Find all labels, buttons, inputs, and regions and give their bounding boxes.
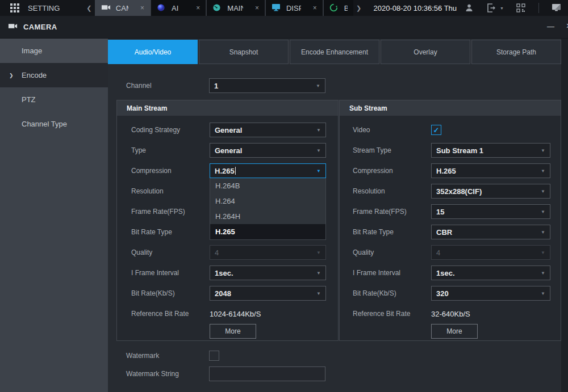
sidebar-item-channel-type[interactable]: Channel Type [0, 112, 108, 136]
sub-bit-rate-select[interactable]: 320 ▼ [431, 286, 550, 301]
sub-quality-select: 4 ▼ [431, 245, 550, 260]
logout-button[interactable]: ▼ [487, 3, 504, 13]
stream-type-select[interactable]: Sub Stream 1 ▼ [431, 143, 550, 158]
more-row: More [353, 324, 561, 341]
channel-select[interactable]: 1 ▼ [209, 78, 325, 93]
right-gutter [561, 39, 568, 392]
tab-storage-path[interactable]: Storage Path [471, 40, 561, 64]
reference-bit-rate-value: 1024-6144Kb/S [210, 310, 261, 318]
close-tab-icon[interactable]: × [133, 4, 144, 12]
more-button[interactable]: More [210, 324, 256, 339]
top-bar: SETTING ❮ CAMERA × AI × MAINTAIN × [0, 0, 568, 16]
sub-i-frame-interval-select[interactable]: 1sec. ▼ [431, 265, 550, 280]
tab-label: BACK [344, 4, 348, 12]
quality-row: Quality 4 ▼ [131, 242, 338, 263]
topbar-tab-camera[interactable]: CAMERA × [95, 0, 151, 16]
tab-label: MAINTAIN [227, 4, 243, 12]
chevron-down-icon: ▼ [316, 83, 320, 88]
chevron-down-icon: ▼ [541, 291, 545, 296]
sidebar-item-encode[interactable]: ❯ Encode [0, 63, 108, 87]
dropdown-option[interactable]: H.264B [210, 178, 325, 193]
watermark-string-row: Watermark String [126, 365, 561, 383]
close-tab-icon[interactable]: × [189, 4, 200, 12]
i-frame-interval-row: I Frame Interval 1sec. ▼ [353, 263, 561, 283]
topbar-tab-backup[interactable]: BACK [323, 0, 353, 16]
screen-preview-icon[interactable] [552, 3, 561, 13]
text-cursor [235, 167, 236, 175]
minimize-button[interactable]: — [547, 22, 554, 31]
reference-bit-rate-row: Reference Bit Rate 1024-6144Kb/S [131, 304, 338, 324]
dropdown-option-selected[interactable]: H.265 [210, 224, 325, 239]
sub-frame-rate-select[interactable]: 15 ▼ [431, 204, 550, 219]
compression-dropdown-list: H.264B H.264 H.264H H.265 [210, 178, 326, 240]
apps-grid-icon [10, 3, 20, 13]
main-stream-panel: Main Stream Coding Strategy General ▼ Ty… [116, 100, 339, 341]
watermark-checkbox[interactable] [209, 351, 219, 361]
sub-compression-select[interactable]: H.265 ▼ [431, 163, 550, 178]
camera-icon [8, 22, 18, 32]
video-checkbox[interactable]: ✓ [431, 125, 441, 135]
ai-icon [157, 3, 166, 13]
type-select[interactable]: General ▼ [210, 143, 326, 158]
chevron-down-icon: ▼ [541, 168, 545, 174]
i-frame-interval-select[interactable]: 1sec. ▼ [210, 265, 326, 280]
chevron-down-icon: ▼ [316, 291, 321, 296]
tab-audio-video[interactable]: Audio/Video [108, 40, 198, 64]
camera-icon [101, 3, 111, 13]
dropdown-option[interactable]: H.264H [210, 209, 325, 224]
topbar-tab-ai[interactable]: AI × [151, 0, 206, 16]
chevron-down-icon: ▼ [541, 230, 545, 235]
setting-menu-button[interactable]: SETTING [0, 0, 83, 16]
sidebar-item-label: Encode [22, 71, 47, 79]
topbar-tab-maintain[interactable]: MAINTAIN × [206, 0, 265, 16]
sidebar-item-label: Channel Type [22, 120, 67, 128]
chevron-down-icon: ▼ [500, 6, 504, 10]
sidebar-item-ptz[interactable]: PTZ [0, 87, 108, 112]
compression-select[interactable]: H.265 ▼ [210, 163, 326, 178]
chevron-right-icon: ❯ [9, 73, 14, 78]
chevron-down-icon: ▼ [316, 128, 321, 133]
dropdown-option[interactable]: H.264 [210, 193, 325, 209]
tab-overlay[interactable]: Overlay [381, 40, 470, 64]
sidebar-item-image[interactable]: Image [0, 39, 108, 63]
channel-label: Channel [126, 82, 209, 90]
more-row: More [131, 324, 338, 341]
logout-icon [487, 3, 496, 13]
i-frame-interval-row: I Frame Interval 1sec. ▼ [131, 263, 338, 283]
display-icon [272, 3, 281, 13]
bit-rate-type-row: Bit Rate Type CBR ▼ [353, 222, 561, 242]
tab-label: CAMERA [116, 4, 128, 12]
encode-page: Audio/Video Snapshot Encode Enhancement … [108, 39, 561, 392]
video-row: Video ✓ [353, 120, 561, 140]
tab-label: AI [172, 4, 178, 12]
sub-resolution-select[interactable]: 352x288(CIF) ▼ [431, 184, 550, 199]
close-tab-icon[interactable]: × [306, 4, 317, 12]
gauge-icon [212, 3, 222, 13]
encode-tabs: Audio/Video Snapshot Encode Enhancement … [108, 40, 561, 64]
more-button[interactable]: More [431, 324, 478, 339]
user-icon[interactable] [465, 3, 474, 13]
topbar-tab-display[interactable]: DISPLAY × [265, 0, 323, 16]
quality-row: Quality 4 ▼ [353, 242, 561, 263]
sub-bit-rate-type-select[interactable]: CBR ▼ [431, 225, 550, 239]
camera-window-titlebar: CAMERA — × [0, 16, 568, 39]
main-stream-title: Main Stream [117, 100, 338, 116]
watermark-row: Watermark [126, 347, 561, 365]
compression-row: Compression H.265 ▼ [353, 161, 561, 181]
chevron-down-icon: ▼ [541, 209, 545, 214]
watermark-string-input[interactable] [209, 366, 325, 381]
chevron-down-icon: ▼ [541, 148, 545, 153]
scroll-tabs-left-button[interactable]: ❮ [83, 0, 95, 16]
sidebar-item-label: Image [22, 47, 42, 55]
close-window-button[interactable]: × [566, 21, 568, 31]
tab-encode-enhancement[interactable]: Encode Enhancement [290, 40, 379, 64]
close-tab-icon[interactable]: × [248, 4, 259, 12]
datetime-display: 2020-08-20 10:36:56 Thu [365, 0, 465, 16]
qr-code-icon[interactable] [516, 3, 526, 13]
chevron-down-icon: ▼ [541, 250, 545, 255]
coding-strategy-select[interactable]: General ▼ [210, 123, 326, 137]
tab-snapshot[interactable]: Snapshot [199, 40, 289, 64]
scroll-tabs-right-button[interactable]: ❯ [353, 0, 365, 16]
bit-rate-select[interactable]: 2048 ▼ [210, 286, 326, 301]
watermark-label: Watermark [126, 352, 209, 360]
